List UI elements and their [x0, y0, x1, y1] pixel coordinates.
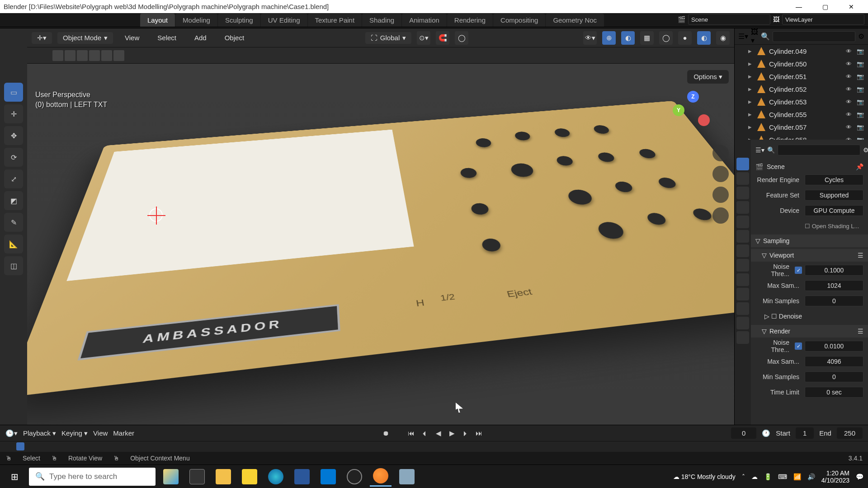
tool-select-box[interactable]: ▭	[4, 83, 23, 102]
notifications-icon[interactable]: 💬	[856, 473, 863, 480]
properties-search-input[interactable]	[778, 145, 860, 155]
prop-tab-texture[interactable]	[736, 331, 749, 344]
osl-checkbox[interactable]: ☐ Open Shading L...	[805, 223, 863, 230]
prop-tab-constraints[interactable]	[736, 288, 749, 300]
list-icon[interactable]: ☰	[858, 328, 863, 335]
clock[interactable]: 1:20 AM 4/10/2023	[821, 469, 849, 484]
noise-threshold-render[interactable]: 0.0100	[805, 341, 863, 352]
view-menu[interactable]: View	[118, 31, 146, 44]
visibility-toggle[interactable]: 👁	[844, 60, 853, 68]
noise-checkbox-render[interactable]: ✓	[795, 343, 802, 350]
gizmo-toggle[interactable]: ⊕	[602, 31, 616, 45]
blender-taskbar-icon[interactable]	[370, 467, 392, 487]
viewlayer-name-input[interactable]	[782, 14, 864, 25]
options-dropdown[interactable]: Options ▾	[687, 70, 729, 84]
denoise-checkbox[interactable]: ▷ ☐ Denoise	[764, 313, 802, 320]
select-mode-2[interactable]	[65, 50, 75, 61]
render-toggle[interactable]: 📷	[856, 60, 864, 68]
visibility-toggle[interactable]: 👁	[844, 85, 853, 93]
autokey-toggle[interactable]: ⏺	[381, 428, 392, 439]
tab-compositing[interactable]: Compositing	[493, 14, 545, 27]
explorer-icon[interactable]	[212, 467, 234, 487]
tab-geometry[interactable]: Geometry Noc	[546, 14, 604, 27]
tab-sculpting[interactable]: Sculpting	[218, 14, 260, 27]
min-samples-render[interactable]: 0	[805, 371, 863, 382]
tool-transform[interactable]: ◩	[4, 191, 23, 210]
scene-breadcrumb[interactable]: Scene	[767, 163, 785, 170]
tool-cursor[interactable]: ✛	[4, 104, 23, 123]
start-button[interactable]: ⊞	[5, 468, 24, 486]
tool-scale[interactable]: ⤢	[4, 169, 23, 188]
wifi-icon[interactable]: 📶	[793, 473, 801, 480]
outliner-search-input[interactable]	[773, 31, 855, 42]
filter-icon[interactable]: ⚙	[858, 32, 864, 41]
prop-tab-particles[interactable]	[736, 259, 749, 272]
render-toggle[interactable]: 📷	[856, 85, 864, 93]
cortana-icon[interactable]	[160, 467, 182, 487]
pan-button[interactable]	[712, 166, 729, 182]
outliner-item[interactable]: ▸Cylinder.057👁📷	[735, 121, 868, 133]
render-toggle[interactable]: 📷	[856, 47, 864, 55]
pivot-dropdown[interactable]: ⊙▾	[417, 31, 430, 45]
play-button[interactable]: ▶	[447, 428, 458, 439]
tool-annotate[interactable]: ✎	[4, 213, 23, 232]
play-reverse-button[interactable]: ◀	[433, 428, 444, 439]
select-mode-3[interactable]	[77, 50, 88, 61]
prop-tab-world[interactable]	[736, 216, 749, 228]
feature-set-dropdown[interactable]: Supported	[805, 190, 863, 201]
tab-texturepaint[interactable]: Texture Paint	[308, 14, 362, 27]
close-button[interactable]: ✕	[838, 0, 864, 13]
list-icon[interactable]: ☰	[858, 252, 863, 259]
prop-tab-render[interactable]	[736, 158, 749, 170]
maximize-button[interactable]: ▢	[812, 0, 838, 13]
render-toggle[interactable]: 📷	[856, 72, 864, 80]
prop-tab-object[interactable]	[736, 230, 749, 243]
battery-icon[interactable]: 🔋	[764, 473, 772, 480]
add-menu[interactable]: Add	[188, 31, 213, 44]
end-frame-field[interactable]: 250	[837, 427, 863, 439]
tab-shading[interactable]: Shading	[362, 14, 401, 27]
tab-animation[interactable]: Animation	[402, 14, 447, 27]
marker-menu[interactable]: Marker	[113, 429, 134, 437]
prop-tab-viewlayer[interactable]	[736, 187, 749, 199]
scene-name-input[interactable]	[688, 14, 770, 25]
zoom-button[interactable]	[712, 145, 729, 161]
object-menu[interactable]: Object	[218, 31, 250, 44]
prop-tab-data[interactable]	[736, 302, 749, 315]
outliner-type-icon[interactable]: ☰▾	[738, 32, 748, 41]
visibility-toggle[interactable]: 👁	[844, 136, 853, 140]
max-samples-viewport[interactable]: 1024	[805, 280, 863, 291]
jump-start-button[interactable]: ⏮	[406, 428, 417, 439]
render-engine-dropdown[interactable]: Cycles	[805, 174, 863, 185]
noise-checkbox-viewport[interactable]: ✓	[795, 267, 802, 274]
render-sampling-header[interactable]: ▽ Render☰	[751, 325, 868, 338]
tray-expand-icon[interactable]: ˄	[742, 473, 745, 480]
noise-threshold-viewport[interactable]: 0.1000	[805, 265, 863, 276]
keying-menu[interactable]: Keying ▾	[61, 429, 88, 437]
minimize-button[interactable]: —	[786, 0, 812, 13]
snap-toggle[interactable]: 🧲	[436, 31, 449, 45]
media-icon[interactable]	[344, 467, 365, 487]
min-samples-viewport[interactable]: 0	[805, 296, 863, 306]
shading-rendered[interactable]: ◉	[716, 31, 730, 45]
outliner-item[interactable]: ▸Cylinder.050👁📷	[735, 57, 868, 70]
proportional-toggle[interactable]: ◯	[455, 31, 468, 45]
render-toggle[interactable]: 📷	[856, 136, 864, 140]
timeline-view-menu[interactable]: View	[93, 429, 108, 437]
overlay-toggle[interactable]: ◐	[621, 31, 635, 45]
axis-x-icon[interactable]	[698, 114, 710, 126]
edge-icon[interactable]	[265, 467, 287, 487]
onedrive-icon[interactable]: ☁	[751, 473, 758, 480]
props-options-icon[interactable]: ⚙	[863, 146, 868, 154]
pin-icon[interactable]: 📌	[856, 163, 863, 170]
xray-toggle[interactable]: ▦	[640, 31, 654, 45]
tab-layout[interactable]: Layout	[140, 14, 175, 27]
visibility-toggle[interactable]: 👁	[844, 123, 853, 131]
outliner-item[interactable]: ▸Cylinder.058👁📷	[735, 133, 868, 140]
perspective-toggle-button[interactable]	[712, 207, 729, 224]
outliner-item[interactable]: ▸Cylinder.053👁📷	[735, 95, 868, 108]
tool-measure[interactable]: 📐	[4, 235, 23, 253]
props-type-icon[interactable]: ☰▾	[755, 146, 764, 154]
select-mode-4[interactable]	[89, 50, 100, 61]
taskbar-search[interactable]: 🔍 Type here to search	[29, 468, 156, 486]
